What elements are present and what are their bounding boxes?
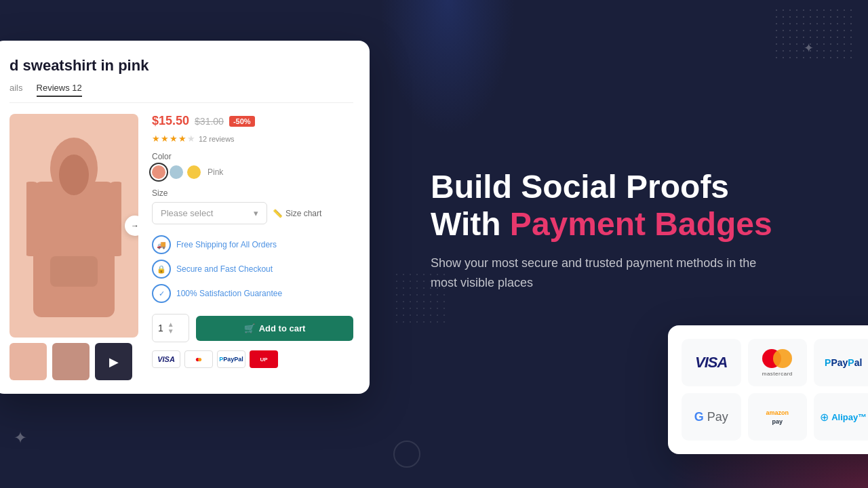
- size-row: Please select ▾ 📏 Size chart: [152, 202, 353, 224]
- add-to-cart-label: Add to cart: [259, 323, 306, 333]
- qty-arrows[interactable]: ▲▼: [167, 321, 174, 335]
- payment-mini-row: VISA ●● PPayPal UP: [152, 350, 353, 368]
- payment-badge-amazonpay: amazon pay: [748, 393, 808, 441]
- svg-rect-3: [26, 182, 40, 256]
- rating-row: ★★★★★ 12 reviews: [152, 134, 353, 144]
- price-row: $15.50 $31.00 -50%: [152, 114, 353, 128]
- quantity-input[interactable]: 1 ▲▼: [152, 314, 189, 342]
- payment-badges-card: VISA mastercard PPayPal UnionPay银联: [668, 325, 868, 454]
- subheadline: Show your most secure and trusted paymen…: [431, 253, 783, 293]
- product-thumbnails: ▶: [9, 343, 138, 380]
- headline-line2-pink: Payment Badges: [510, 206, 772, 242]
- visa-logo: VISA: [695, 354, 727, 371]
- size-chart-icon: 📏: [273, 209, 283, 218]
- color-yellow[interactable]: [187, 165, 201, 179]
- size-chart-link[interactable]: 📏 Size chart: [273, 209, 321, 218]
- alipay-icon: ⊕: [820, 411, 829, 424]
- tab-details[interactable]: ails: [9, 83, 23, 97]
- size-select[interactable]: Please select ▾: [152, 202, 267, 224]
- color-label: Color: [152, 152, 353, 161]
- right-panel: Build Social Proofs With Payment Badges …: [376, 0, 868, 488]
- tab-reviews[interactable]: Reviews 12: [37, 83, 82, 97]
- payment-badge-mastercard: mastercard: [748, 339, 808, 386]
- mastercard-logo: [762, 349, 792, 368]
- discount-badge: -50%: [229, 116, 255, 127]
- reviews-count: 12 reviews: [199, 135, 235, 143]
- color-selected-name: Pink: [208, 167, 223, 177]
- product-image-area: → ▶: [9, 114, 138, 380]
- checkout-icon: 🔒: [152, 260, 171, 279]
- size-chart-text: Size chart: [285, 209, 321, 218]
- payment-badge-alipay: ⊕ Alipay™: [814, 393, 868, 441]
- thumbnail-video[interactable]: ▶: [95, 343, 132, 380]
- mc-circle-orange: [773, 349, 792, 368]
- add-to-cart-row: 1 ▲▼ 🛒 Add to cart: [152, 314, 353, 342]
- shipping-icon: 🚚: [152, 235, 171, 254]
- paypal-logo: PPayPal: [825, 357, 862, 368]
- left-panel: d sweatshirt in pink ails Reviews 12: [0, 0, 376, 488]
- product-content: → ▶ $15.50 $31.00 -50% ★★★★★ 12: [9, 114, 353, 380]
- alipay-logo: ⊕ Alipay™: [820, 411, 867, 424]
- svg-rect-5: [50, 256, 98, 287]
- headline: Build Social Proofs With Payment Badges: [431, 168, 827, 243]
- price-current: $15.50: [152, 114, 189, 128]
- features-list: 🚚 Free Shipping for All Orders 🔒 Secure …: [152, 235, 353, 303]
- price-original: $31.00: [195, 116, 224, 127]
- mini-unionpay: UP: [250, 350, 278, 368]
- feature-shipping-text: Free Shipping for All Orders: [176, 240, 277, 249]
- add-to-cart-button[interactable]: 🛒 Add to cart: [196, 316, 353, 341]
- payment-badge-paypal: PPayPal: [814, 339, 868, 386]
- product-details: $15.50 $31.00 -50% ★★★★★ 12 reviews Colo…: [152, 114, 353, 380]
- product-tabs: ails Reviews 12: [9, 83, 353, 103]
- thumbnail-1[interactable]: [9, 343, 47, 380]
- mini-visa: VISA: [152, 350, 180, 368]
- feature-checkout: 🔒 Secure and Fast Checkout: [152, 260, 353, 279]
- svg-rect-4: [108, 182, 121, 256]
- svg-rect-0: [33, 182, 115, 317]
- product-card: d sweatshirt in pink ails Reviews 12: [0, 41, 370, 394]
- gpay-logo: G Pay: [694, 410, 728, 424]
- thumbnail-2[interactable]: [52, 343, 90, 380]
- payment-grid: VISA mastercard PPayPal UnionPay银联: [682, 339, 868, 441]
- headline-line1: Build Social Proofs: [431, 169, 729, 205]
- color-pink[interactable]: [152, 165, 165, 179]
- feature-guarantee-text: 100% Satisfaction Guarantee: [176, 289, 282, 298]
- product-title: d sweatshirt in pink: [9, 57, 353, 75]
- hoodie-svg: [26, 127, 121, 324]
- payment-badge-visa: VISA: [682, 339, 741, 386]
- product-main-image: →: [9, 114, 138, 338]
- cart-icon: 🛒: [244, 323, 255, 333]
- amazonpay-logo: amazon pay: [766, 408, 789, 426]
- svg-point-2: [59, 155, 89, 195]
- feature-shipping: 🚚 Free Shipping for All Orders: [152, 235, 353, 254]
- stars: ★★★★★: [152, 134, 196, 144]
- payment-badge-gpay: G Pay: [682, 393, 741, 441]
- alipay-text: Alipay™: [831, 412, 867, 422]
- size-dropdown-icon: ▾: [254, 208, 258, 218]
- mastercard-label: mastercard: [762, 371, 793, 377]
- guarantee-icon: ✓: [152, 284, 171, 303]
- size-placeholder: Please select: [161, 208, 213, 218]
- headline-line2-white: With: [431, 206, 510, 242]
- feature-checkout-text: Secure and Fast Checkout: [176, 264, 273, 274]
- size-label: Size: [152, 188, 353, 198]
- mini-mastercard: ●●: [184, 350, 213, 368]
- mini-paypal: PPayPal: [217, 350, 245, 368]
- feature-guarantee: ✓ 100% Satisfaction Guarantee: [152, 284, 353, 303]
- image-next-arrow[interactable]: →: [125, 216, 138, 236]
- color-options: Pink: [152, 165, 353, 179]
- color-blue[interactable]: [170, 165, 183, 179]
